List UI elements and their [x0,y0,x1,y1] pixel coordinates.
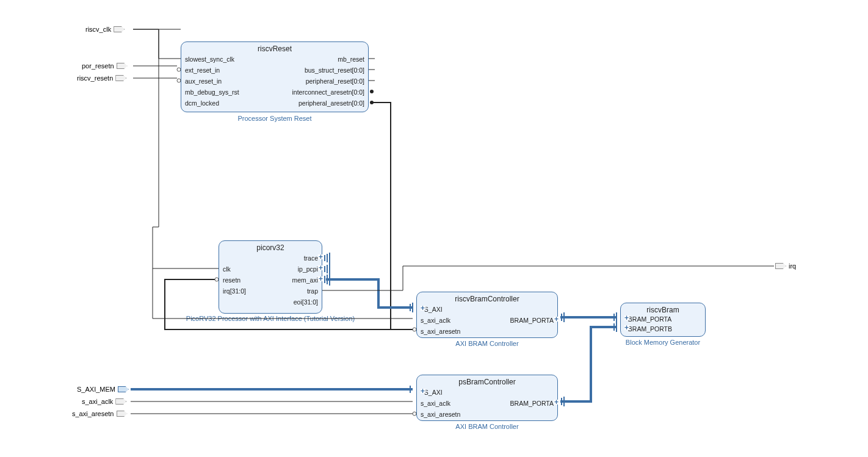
pin: s_axi_aclk [421,317,450,324]
pin: aux_reset_in [185,77,222,85]
port-icon [775,263,786,269]
block-ps-bram-controller[interactable]: psBramController + S_AXI s_axi_aclk s_ax… [416,375,558,421]
block-title: picorv32 [219,241,322,253]
block-title: psBramController [417,375,557,387]
block-subtitle: AXI BRAM Controller [416,340,558,347]
pin: trap [307,287,318,295]
port-icon [117,63,128,69]
plus-icon: + [554,317,559,322]
pin: s_axi_aresetn [421,328,460,335]
block-riscv-bram[interactable]: riscvBram + BRAM_PORTA + BRAM_PORTB [620,303,706,337]
pin: + BRAM_PORTA [624,315,671,323]
port-riscv-resetn: riscv_resetn [77,74,126,82]
block-riscv-reset[interactable]: riscvReset slowest_sync_clk ext_reset_in… [181,41,369,112]
pin: dcm_locked [185,99,219,107]
svg-point-2 [370,90,374,93]
port-s-axi-aclk: s_axi_aclk [82,398,126,405]
port-irq: irq [775,262,796,270]
port-label: S_AXI_MEM [77,386,115,393]
block-subtitle: Processor System Reset [181,115,369,122]
plus-icon: + [318,276,323,281]
block-subtitle: AXI BRAM Controller [416,423,558,430]
pin: s_axi_aresetn [421,411,460,418]
pin: + BRAM_PORTB [624,325,672,333]
pin: + S_AXI [421,389,443,396]
pin: mb_debug_sys_rst [185,88,239,96]
plus-icon: + [624,325,629,330]
block-subtitle: Block Memory Generator [615,339,711,346]
pin: eoi[31:0] [294,298,318,306]
pin: bus_struct_reset[0:0] [305,67,364,74]
pin: s_axi_aclk [421,400,450,407]
pin: resetn [223,276,241,284]
pin: mem_axi + [292,276,318,284]
port-icon [115,75,126,81]
svg-point-3 [370,101,374,104]
block-subtitle: PicoRV32 Processor with AXI Interface (T… [170,315,371,322]
block-title: riscvBramController [417,292,557,304]
plus-icon: + [421,306,425,311]
pin: clk [223,265,231,273]
pin: ext_reset_in [185,67,220,74]
port-label: s_axi_aresetn [72,410,114,417]
port-icon [117,411,128,417]
port-label: s_axi_aclk [82,398,113,405]
block-title: riscvReset [181,42,368,54]
port-riscv-clk: riscv_clk [85,26,125,33]
port-por-resetn: por_resetn [82,62,128,70]
pin: interconnect_aresetn[0:0] [292,88,365,96]
port-icon [114,26,125,32]
plus-icon: + [318,254,323,259]
block-title: riscvBram [621,303,705,315]
pin: peripheral_reset[0:0] [306,77,364,85]
pin: BRAM_PORTA + [510,317,554,324]
pin: + S_AXI [421,306,443,313]
port-icon [115,398,126,405]
port-label: irq [789,262,796,270]
plus-icon: + [421,389,425,394]
pin: slowest_sync_clk [185,56,234,63]
block-picorv32[interactable]: picorv32 clk resetn irq[31:0] trace + ip… [219,240,322,314]
pin: mb_reset [338,56,364,63]
plus-icon: + [554,400,559,405]
block-riscv-bram-controller[interactable]: riscvBramController + S_AXI s_axi_aclk s… [416,292,558,338]
port-s-axi-aresetn: s_axi_aresetn [72,410,128,417]
port-label: por_resetn [82,62,114,70]
plus-icon: + [624,315,629,320]
port-icon [118,386,129,392]
pin: BRAM_PORTA + [510,400,554,407]
pin: trace + [304,254,318,262]
port-label: riscv_resetn [77,74,113,82]
plus-icon: + [318,265,323,270]
pin: ip_pcpi + [298,265,318,273]
pin: peripheral_aresetn[0:0] [298,99,364,107]
port-s-axi-mem: S_AXI_MEM [77,386,129,393]
port-label: riscv_clk [85,26,111,33]
pin: irq[31:0] [223,287,246,295]
